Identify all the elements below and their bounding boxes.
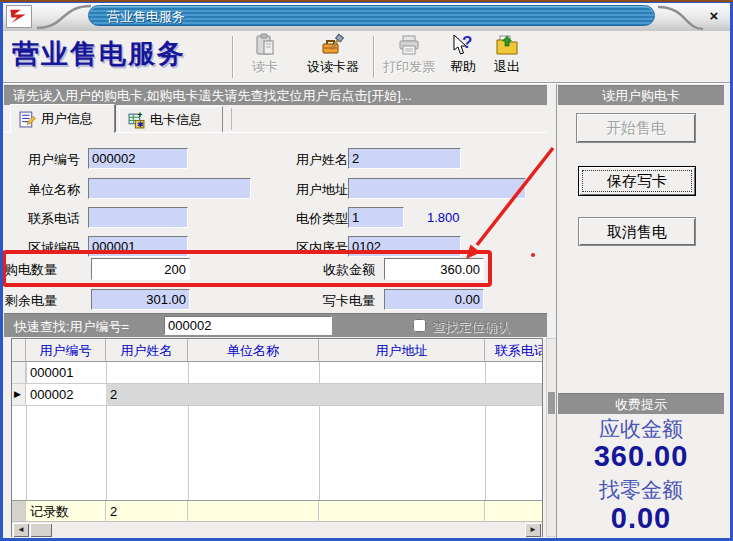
tab-user-info[interactable]: 用户信息	[10, 104, 115, 133]
user-grid[interactable]: 用户编号 用户姓名 单位名称 用户地址 联系电话 000001 ▶ 000002…	[11, 338, 543, 537]
cell-address[interactable]	[319, 384, 485, 406]
region-code-field[interactable]	[88, 236, 188, 257]
toolbar-separator	[373, 36, 374, 78]
side-panel-header: 读用户购电卡	[558, 85, 724, 105]
remaining-qty-label: 剩余电量	[5, 292, 57, 310]
cell-address[interactable]	[319, 362, 485, 384]
scroll-right-button[interactable]: ►	[525, 523, 541, 537]
due-amount-label: 应收金额	[558, 415, 724, 443]
phone-field[interactable]	[88, 207, 188, 228]
due-amount-value: 360.00	[558, 440, 724, 473]
form-pencil-icon	[19, 111, 36, 128]
toolbar-button-label: 设读卡器	[296, 58, 370, 76]
status-instruction-bar: 请先读入用户的购电卡,如购电卡遗失请先查找定位用户后点击[开始]...	[4, 85, 547, 105]
cell-phone[interactable]	[485, 384, 542, 406]
print-invoice-button[interactable]: 打印发票	[377, 33, 441, 80]
cancel-sale-button[interactable]: 取消售电	[578, 217, 696, 246]
toolbox-hammer-icon	[321, 33, 345, 57]
grid-header-user-name[interactable]: 用户姓名	[106, 339, 188, 362]
read-card-button[interactable]: 读卡	[238, 33, 292, 80]
cell-phone[interactable]	[485, 362, 542, 384]
price-type-label: 电价类型	[296, 210, 348, 228]
unit-name-field[interactable]	[88, 178, 251, 199]
record-count-label: 记录数	[26, 501, 106, 521]
phone-label: 联系电话	[28, 210, 80, 228]
tab-card-info[interactable]: +✱ 电卡信息	[119, 106, 223, 133]
locate-confirm-checkbox[interactable]	[413, 319, 426, 332]
footer-selector-cell	[12, 501, 26, 521]
footer-cell	[188, 501, 319, 521]
red-dot-mark	[531, 253, 535, 257]
printer-icon	[397, 33, 421, 57]
toolbar-button-label: 帮助	[443, 58, 483, 76]
purchase-qty-field[interactable]	[91, 258, 190, 280]
svg-text:?: ?	[462, 33, 472, 52]
user-no-label: 用户编号	[28, 151, 80, 169]
grid-footer: 记录数 2	[12, 500, 542, 521]
purchase-qty-label: 购电数量	[5, 261, 57, 279]
toolbar-button-label: 打印发票	[377, 58, 441, 76]
svg-text:+: +	[138, 112, 143, 120]
received-amount-label: 收款金额	[323, 261, 375, 279]
exit-button[interactable]: 退出	[486, 33, 528, 80]
cell-user-name[interactable]	[106, 362, 188, 384]
close-button[interactable]: ×	[704, 6, 724, 25]
hscroll-thumb[interactable]	[30, 523, 52, 537]
change-amount-value: 0.00	[558, 502, 724, 535]
button-label: 保存写卡	[607, 172, 667, 189]
cell-user-no[interactable]: 000002	[26, 384, 106, 406]
change-amount-label: 找零金额	[558, 476, 724, 504]
user-name-label: 用户姓名	[296, 151, 348, 169]
grid-header-unit-name[interactable]: 单位名称	[188, 339, 319, 362]
toolbar-button-label: 读卡	[238, 58, 292, 76]
footer-cell	[319, 501, 485, 521]
tab-label: 电卡信息	[150, 111, 202, 129]
set-reader-button[interactable]: 设读卡器	[296, 33, 370, 80]
address-label: 用户地址	[296, 181, 348, 199]
grid-header-user-no[interactable]: 用户编号	[26, 339, 106, 362]
price-type-field[interactable]	[348, 207, 404, 228]
region-code-label: 区域编码	[28, 239, 80, 257]
user-no-field[interactable]	[88, 148, 188, 169]
tab-divider	[231, 108, 232, 130]
start-sale-button[interactable]: 开始售电	[576, 113, 696, 143]
grid-header-selector	[12, 339, 26, 362]
scroll-left-button[interactable]: ◄	[13, 523, 29, 537]
help-button[interactable]: ? 帮助	[443, 33, 483, 80]
grid-hscrollbar[interactable]: ◄ ►	[12, 521, 542, 537]
fee-tip-header: 收费提示	[558, 393, 724, 414]
user-name-field[interactable]	[348, 148, 461, 169]
quick-search-input[interactable]	[164, 316, 332, 335]
row-selector-arrow-icon: ▶	[12, 384, 26, 406]
toolbar-separator	[232, 36, 233, 78]
window-top-edge	[0, 0, 733, 2]
toolbar-button-label: 退出	[486, 58, 528, 76]
page-title: 营业售电服务	[12, 36, 186, 72]
write-qty-field[interactable]	[384, 289, 484, 310]
window-title: 营业售电服务	[88, 5, 655, 26]
status-instruction-text: 请先读入用户的购电卡,如购电卡遗失请先查找定位用户后点击[开始]...	[13, 88, 412, 103]
grid-header-address[interactable]: 用户地址	[319, 339, 485, 362]
address-field[interactable]	[348, 178, 526, 199]
cursor-question-icon: ?	[451, 33, 475, 57]
panel-divider	[556, 84, 557, 538]
save-write-card-button[interactable]: 保存写卡	[578, 166, 696, 196]
serial-no-field[interactable]	[348, 236, 461, 257]
serial-no-label: 区内序号	[296, 239, 348, 257]
record-count-value: 2	[106, 501, 188, 521]
app-logo-icon	[6, 5, 32, 28]
cell-user-name[interactable]: 2	[106, 384, 188, 406]
vscroll-thumb[interactable]	[548, 392, 555, 414]
svg-text:✱: ✱	[137, 120, 144, 129]
quick-search-bar: 快速查找:用户编号= 查找定位确认	[4, 313, 547, 337]
cell-unit-name[interactable]	[188, 362, 319, 384]
grid-header-phone[interactable]: 联系电话	[485, 339, 542, 362]
quick-search-label: 快速查找:用户编号=	[14, 318, 129, 336]
row-selector-cell	[12, 362, 26, 384]
card-grid-star-icon: +✱	[128, 112, 145, 129]
locate-confirm-label: 查找定位确认	[432, 318, 510, 336]
cell-user-no[interactable]: 000001	[26, 362, 106, 384]
cell-unit-name[interactable]	[188, 384, 319, 406]
received-amount-field[interactable]	[384, 258, 484, 280]
remaining-qty-field[interactable]	[91, 289, 190, 310]
